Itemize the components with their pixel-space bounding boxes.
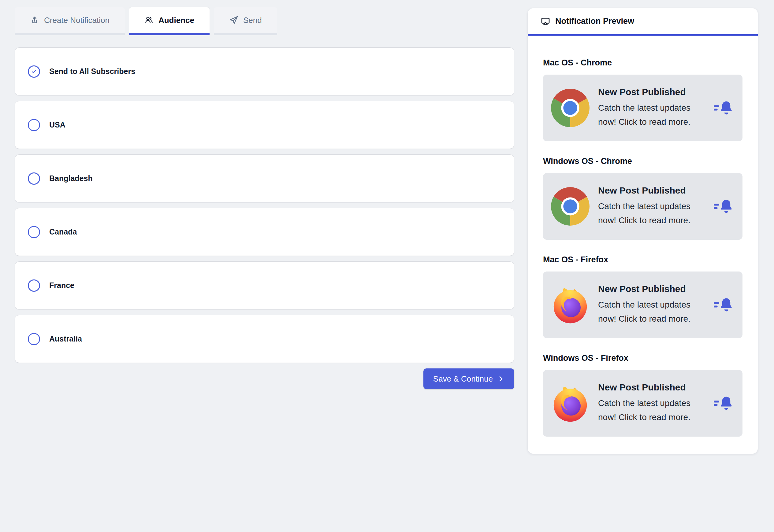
radio-unchecked-icon[interactable]: [28, 279, 40, 292]
notification-text: New Post Published Catch the latest upda…: [598, 185, 705, 227]
radio-unchecked-icon[interactable]: [28, 119, 40, 131]
preview-body: Mac OS - Chrome New Post Published Catch…: [528, 57, 758, 437]
option-label: France: [49, 281, 74, 290]
chevron-right-icon: [497, 375, 505, 382]
send-icon: [229, 16, 238, 25]
tab-create-notification[interactable]: Create Notification: [15, 7, 125, 35]
notification-title: New Post Published: [598, 382, 705, 393]
preview-section-heading: Windows OS - Chrome: [543, 156, 743, 166]
chrome-logo: [551, 89, 590, 127]
tab-audience[interactable]: Audience: [129, 7, 209, 35]
firefox-logo: [551, 384, 590, 423]
option-send-to-all-subscribers[interactable]: Send to All Subscribers: [15, 47, 514, 95]
notification-preview-panel: Notification Preview Mac OS - Chrome New…: [528, 8, 758, 454]
firefox-logo: [551, 286, 590, 324]
tab-send[interactable]: Send: [214, 7, 277, 35]
preview-section-heading: Windows OS - Firefox: [543, 353, 743, 363]
notification-body: Catch the latest updates now! Click to r…: [598, 199, 705, 227]
audience-options-list: Send to All Subscribers USA Bangladesh C…: [15, 47, 514, 363]
tab-label: Audience: [158, 16, 194, 25]
preview-header: Notification Preview: [528, 8, 758, 36]
notification-text: New Post Published Catch the latest upda…: [598, 382, 705, 424]
actions-row: Save & Continue: [15, 368, 514, 389]
users-icon: [144, 16, 154, 25]
bell-icon: [714, 297, 732, 313]
option-label: Send to All Subscribers: [49, 67, 135, 76]
notification-preview-card: New Post Published Catch the latest upda…: [543, 173, 743, 240]
notification-preview-card: New Post Published Catch the latest upda…: [543, 272, 743, 338]
option-bangladesh[interactable]: Bangladesh: [15, 154, 514, 202]
tab-label: Create Notification: [44, 16, 109, 25]
preview-section-heading: Mac OS - Chrome: [543, 57, 743, 68]
radio-unchecked-icon[interactable]: [28, 226, 40, 238]
wizard-tabs: Create Notification Audience Send: [15, 7, 514, 35]
chrome-logo: [551, 187, 590, 226]
upload-icon: [30, 16, 39, 25]
option-usa[interactable]: USA: [15, 101, 514, 149]
radio-unchecked-icon[interactable]: [28, 333, 40, 345]
notification-body: Catch the latest updates now! Click to r…: [598, 101, 705, 129]
option-label: Australia: [49, 334, 82, 343]
option-label: Canada: [49, 227, 77, 236]
screen-mirror-icon: [541, 17, 550, 26]
bell-icon: [714, 395, 732, 411]
notification-preview-card: New Post Published Catch the latest upda…: [543, 370, 743, 437]
preview-section-heading: Mac OS - Firefox: [543, 254, 743, 265]
notification-preview-card: New Post Published Catch the latest upda…: [543, 75, 743, 141]
save-and-continue-button[interactable]: Save & Continue: [424, 368, 514, 389]
notification-title: New Post Published: [598, 87, 705, 97]
option-france[interactable]: France: [15, 261, 514, 309]
notification-text: New Post Published Catch the latest upda…: [598, 284, 705, 326]
tab-label: Send: [243, 16, 262, 25]
save-button-label: Save & Continue: [433, 374, 493, 384]
notification-text: New Post Published Catch the latest upda…: [598, 87, 705, 129]
audience-editor: Create Notification Audience Send Send t: [15, 7, 514, 389]
option-australia[interactable]: Australia: [15, 315, 514, 363]
notification-body: Catch the latest updates now! Click to r…: [598, 396, 705, 424]
bell-icon: [714, 100, 732, 116]
notification-body: Catch the latest updates now! Click to r…: [598, 298, 705, 326]
option-label: Bangladesh: [49, 174, 93, 183]
radio-checked-icon[interactable]: [28, 65, 40, 78]
preview-panel-title: Notification Preview: [555, 17, 634, 26]
bell-icon: [714, 198, 732, 214]
notification-title: New Post Published: [598, 185, 705, 196]
radio-unchecked-icon[interactable]: [28, 172, 40, 185]
option-canada[interactable]: Canada: [15, 208, 514, 256]
notification-title: New Post Published: [598, 284, 705, 294]
option-label: USA: [49, 120, 65, 129]
